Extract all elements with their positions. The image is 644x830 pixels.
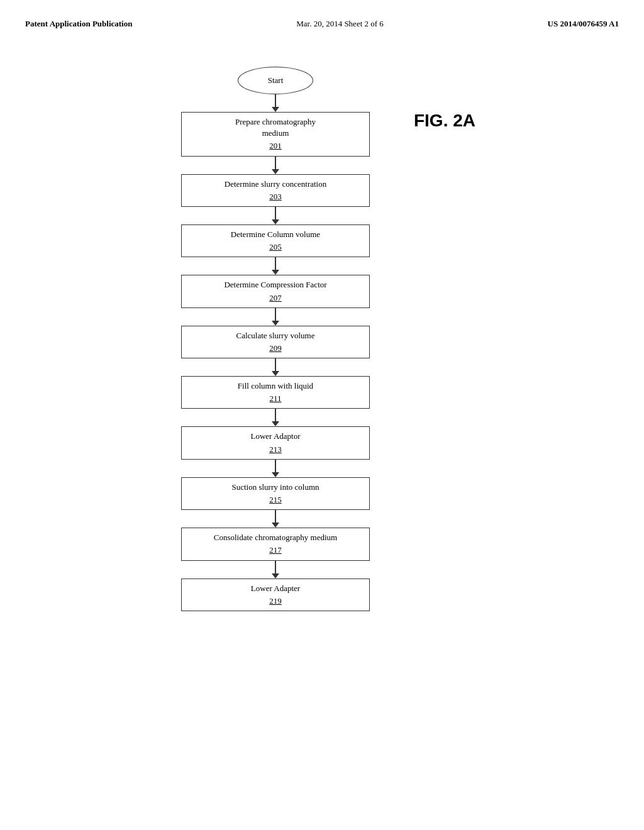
arrow-line <box>275 358 276 371</box>
arrow-head <box>272 321 279 326</box>
step-209-num: 209 <box>269 343 282 354</box>
arrow-head <box>272 421 279 426</box>
arrow-head <box>272 472 279 477</box>
step-209: Calculate slurry volume 209 <box>181 326 370 358</box>
step-203-num: 203 <box>269 191 282 202</box>
arrow-head <box>272 270 279 275</box>
arrow-8 <box>272 510 279 528</box>
fig-label-container: FIG. 2A <box>401 67 475 131</box>
arrow-7 <box>272 460 279 477</box>
header: Patent Application Publication Mar. 20, … <box>25 13 619 42</box>
arrow-head <box>272 169 279 174</box>
arrow-line <box>275 257 276 270</box>
step-209-text: Calculate slurry volume <box>236 330 315 341</box>
header-left: Patent Application Publication <box>25 19 132 29</box>
arrow-1 <box>272 157 279 174</box>
step-207-num: 207 <box>269 292 282 304</box>
arrow-line <box>275 207 276 219</box>
step-211: Fill column with liquid 211 <box>181 376 370 409</box>
step-207-text: Determine Compression Factor <box>224 279 326 290</box>
arrow-head <box>272 371 279 376</box>
flowchart: Start Prepare chromatographymedium 201 D… <box>169 67 382 611</box>
start-oval: Start <box>238 67 313 94</box>
step-217-text: Consolidate chromatography medium <box>214 532 337 543</box>
step-203-text: Determine slurry concentration <box>225 179 326 190</box>
step-201: Prepare chromatographymedium 201 <box>181 112 370 157</box>
step-203: Determine slurry concentration 203 <box>181 174 370 207</box>
page: Patent Application Publication Mar. 20, … <box>0 0 644 830</box>
step-217: Consolidate chromatography medium 217 <box>181 528 370 560</box>
arrow-head <box>272 219 279 224</box>
arrow-5 <box>272 358 279 376</box>
arrow-head <box>272 107 279 112</box>
step-205-text: Determine Column volume <box>231 229 320 240</box>
step-205: Determine Column volume 205 <box>181 224 370 257</box>
step-215: Suction slurry into column 215 <box>181 477 370 510</box>
header-center: Mar. 20, 2014 Sheet 2 of 6 <box>296 19 384 29</box>
arrow-line <box>275 409 276 421</box>
step-219-text: Lower Adapter <box>251 583 300 594</box>
fig-label: FIG. 2A <box>414 111 475 131</box>
step-215-num: 215 <box>269 494 282 506</box>
step-207: Determine Compression Factor 207 <box>181 275 370 307</box>
diagram-wrapper: Start Prepare chromatographymedium 201 D… <box>25 42 619 611</box>
step-219: Lower Adapter 219 <box>181 578 370 611</box>
arrow-head <box>272 523 279 528</box>
step-217-num: 217 <box>269 545 282 556</box>
start-label: Start <box>268 75 284 86</box>
arrow-9 <box>272 561 279 578</box>
arrow-line <box>275 308 276 321</box>
step-205-num: 205 <box>269 241 282 253</box>
arrow-0 <box>272 94 279 112</box>
arrow-line <box>275 510 276 523</box>
arrow-line <box>275 157 276 169</box>
step-211-text: Fill column with liquid <box>238 380 313 392</box>
arrow-line <box>275 561 276 573</box>
step-201-num: 201 <box>269 140 282 152</box>
step-219-num: 219 <box>269 595 282 607</box>
step-213: Lower Adaptor 213 <box>181 426 370 459</box>
step-201-text: Prepare chromatographymedium <box>235 116 316 139</box>
step-213-num: 213 <box>269 444 282 455</box>
arrow-line <box>275 460 276 472</box>
arrow-6 <box>272 409 279 426</box>
header-right: US 2014/0076459 A1 <box>548 19 619 29</box>
arrow-line <box>275 94 276 107</box>
arrow-2 <box>272 207 279 224</box>
step-215-text: Suction slurry into column <box>231 482 319 493</box>
step-213-text: Lower Adaptor <box>250 431 300 442</box>
arrow-head <box>272 573 279 578</box>
arrow-3 <box>272 257 279 275</box>
arrow-4 <box>272 308 279 326</box>
step-211-num: 211 <box>269 393 281 404</box>
